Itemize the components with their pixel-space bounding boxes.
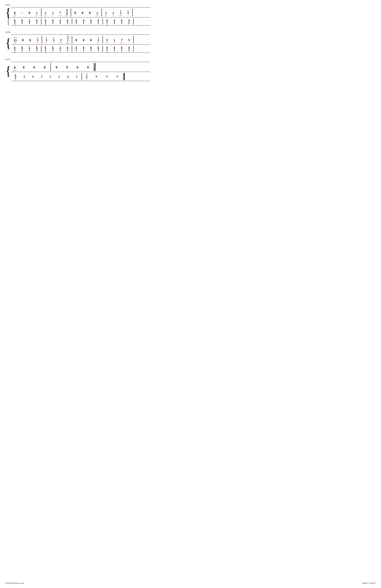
acc-13: 1 3 bbox=[26, 19, 33, 24]
acc-149-41-5: 4 1 bbox=[111, 46, 118, 52]
acc-barline-end-1 bbox=[133, 19, 134, 25]
system-145: { 6 gnite – bbox=[5, 7, 150, 25]
acc-149-63-5: 6 3 bbox=[49, 46, 57, 52]
acc-149-41-1: 4 1 bbox=[73, 46, 80, 52]
acc-149-13-2: 1 3 bbox=[57, 46, 64, 52]
acc-row-145: 6 3 6 3 1 3 bbox=[11, 18, 150, 25]
acc-149-41-6: 4 1 bbox=[125, 46, 133, 52]
barline-2 bbox=[71, 9, 71, 17]
note-5i-ignite: 5 i ignite bbox=[65, 36, 71, 44]
acc-63-5: 6 3 bbox=[49, 19, 57, 24]
acc-153-3-3: 3 bbox=[55, 75, 64, 78]
melody-row-145: 6 gnite – 0 i bbox=[11, 7, 150, 18]
note-i-ch: i ch bbox=[49, 11, 57, 17]
acc-149-41-2: 4 1 bbox=[80, 46, 87, 52]
note-0-149-3: 0 bbox=[73, 38, 80, 44]
system-153: { 6 gnite 0 bbox=[5, 62, 150, 81]
note-dash: – bbox=[19, 11, 26, 17]
note-0-2: 0 bbox=[72, 11, 79, 17]
brace-145: { bbox=[5, 7, 11, 25]
note-2-andI-149: 2 and I bbox=[57, 38, 65, 44]
acc-149-63-2: 6 3 bbox=[19, 46, 26, 52]
acc-149-barline-3 bbox=[103, 46, 103, 52]
acc-41-2: 4 1 bbox=[80, 19, 87, 24]
melody-row-149: 2i gnite 0 0 bbox=[11, 35, 150, 45]
bracket-line bbox=[8, 18, 8, 26]
acc-41-4: 4 1 bbox=[103, 19, 111, 24]
note-0-153-4: 0 bbox=[51, 66, 62, 71]
acc-13-2: 1 3 bbox=[57, 19, 64, 24]
brace-149: { bbox=[5, 35, 11, 53]
acc-153-1-1: 1 bbox=[46, 75, 55, 78]
note-0-153-3: 0 bbox=[40, 66, 50, 71]
note-6-gnite-153: 6 gnite bbox=[11, 66, 19, 71]
barline-149-1 bbox=[42, 36, 42, 44]
barline-153-1 bbox=[50, 63, 51, 71]
bracket-line-3 bbox=[8, 76, 8, 78]
note-0-153-6: 0 bbox=[72, 66, 83, 71]
acc-153-36-1: 3 6 bbox=[82, 74, 91, 80]
page-content: (145) { 6 gnite – bbox=[5, 3, 150, 81]
section-145: (145) { 6 gnite – bbox=[5, 3, 150, 25]
acc-149-barline-2 bbox=[72, 46, 72, 52]
section-label-149: (149) bbox=[5, 31, 150, 34]
acc-barline-1 bbox=[41, 19, 41, 25]
notes-col-153: 6 gnite 0 0 0 bbox=[11, 62, 150, 81]
brace-symbol-3: { bbox=[5, 65, 11, 76]
melody-row-153: 6 gnite 0 0 0 bbox=[11, 62, 150, 72]
section-149: (149) { 2i bbox=[5, 31, 150, 53]
system-149: { 2i gnite bbox=[5, 35, 150, 53]
barline-end-149 bbox=[133, 36, 134, 44]
barline-end-1 bbox=[132, 9, 133, 17]
acc-41-3: 4 1 bbox=[95, 19, 102, 24]
note-i-one-1: i One bbox=[33, 11, 41, 17]
acc-63-3: 6 3 bbox=[33, 19, 41, 24]
note-3-dot-i: 3 i- bbox=[124, 11, 132, 17]
note-0-149-2: 0 bbox=[26, 38, 34, 44]
bracket-line-2 bbox=[8, 48, 8, 50]
note-0-149-5: 0 bbox=[87, 38, 95, 44]
acc-149-63-6: 6 3 bbox=[64, 46, 71, 52]
acc-61-1: 6 1 bbox=[87, 19, 95, 24]
notes-col-145: 6 gnite – 0 i bbox=[11, 7, 150, 25]
double-barline-acc-153 bbox=[123, 73, 125, 80]
acc-153-6-1: 6 bbox=[29, 75, 37, 78]
barline-149-2 bbox=[72, 36, 72, 44]
note-i-tou: i tou- bbox=[42, 11, 49, 17]
note-3-dot-tou: 3 tou- bbox=[43, 38, 50, 44]
acc-149-13-1: 1 3 bbox=[26, 46, 33, 52]
acc-153-0-1: 0 bbox=[91, 75, 102, 78]
acc-row-149: 6 3 6 3 1 3 bbox=[11, 45, 150, 53]
section-153: (153) { 6 gnite 0 bbox=[5, 58, 150, 81]
note-3-dot-ch: 3 ch bbox=[50, 38, 57, 44]
note-2-tou-149: 2 tou- bbox=[103, 38, 111, 44]
acc-149-63-4: 6 3 bbox=[42, 46, 49, 52]
note-i-ch-2: i ch bbox=[110, 11, 117, 17]
note-i-ch-149: i ch bbox=[111, 38, 118, 44]
acc-149-41-4: 4 1 bbox=[103, 46, 111, 52]
acc-149-63-3: 6 3 bbox=[33, 46, 41, 52]
note-2i-gnite: 2i gnite bbox=[11, 38, 19, 44]
note-0-1: 0 bbox=[26, 11, 33, 17]
barline-1 bbox=[41, 9, 41, 17]
acc-153-0-3: 0 bbox=[112, 75, 123, 78]
acc-63-6: 6 3 bbox=[64, 19, 71, 24]
acc-153-0-2: 0 bbox=[102, 75, 112, 78]
note-7-andI-149: 7 and I bbox=[118, 38, 125, 44]
acc-153-63-1: 6 3 bbox=[11, 74, 20, 80]
acc-149-61-2: 6 1 bbox=[118, 46, 125, 52]
note-0-153-2: 0 bbox=[29, 66, 40, 71]
note-7-andI: 7 and I bbox=[57, 11, 64, 17]
brace-153: { bbox=[5, 62, 11, 81]
note-0-149-1: 0 bbox=[19, 38, 26, 44]
note-i-tou-2: i tou- bbox=[102, 11, 110, 17]
note-56-ignite: 5 6 ignite bbox=[64, 9, 70, 17]
note-0-4: 0 bbox=[86, 11, 94, 17]
acc-149-barline-1 bbox=[41, 46, 41, 52]
note-0-153-5: 0 bbox=[62, 66, 72, 71]
acc-149-barline-end bbox=[133, 46, 134, 52]
section-label-145: (145) bbox=[5, 3, 150, 6]
note-0-149-4: 0 bbox=[80, 38, 87, 44]
acc-153-barline bbox=[82, 73, 82, 80]
acc-153-6-2: 6 bbox=[64, 75, 72, 78]
